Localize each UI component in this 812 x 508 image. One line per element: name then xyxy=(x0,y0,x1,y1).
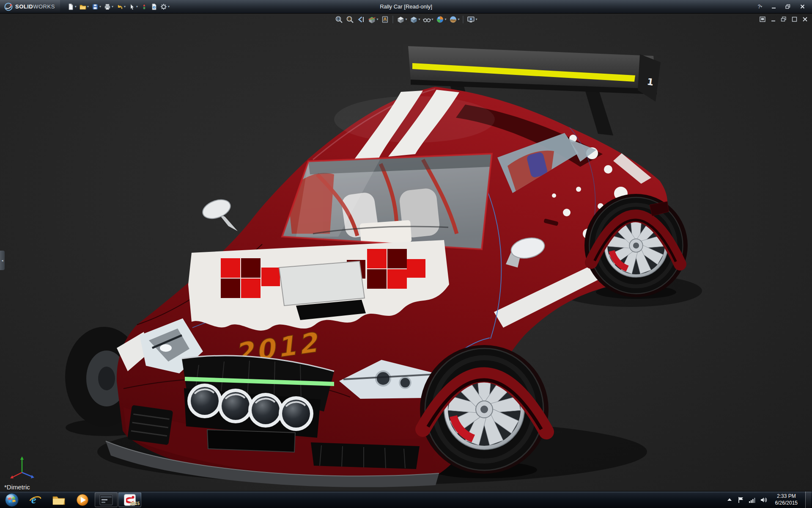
action-center-button[interactable] xyxy=(737,496,745,504)
taskbar: e xyxy=(0,491,812,508)
restore-icon xyxy=(781,17,787,22)
system-tray: 2:33 PM 6/26/2015 xyxy=(726,491,812,508)
toolbar-separator xyxy=(463,16,464,23)
solidworks-window: SOLIDWORKS ▾ ▾ ▾ xyxy=(0,0,812,508)
display-style-icon xyxy=(409,15,418,24)
close-icon xyxy=(800,4,805,9)
lower-intake xyxy=(311,442,420,469)
print-icon xyxy=(104,3,111,10)
doc-restore-button[interactable] xyxy=(780,16,787,22)
file-properties-button[interactable] xyxy=(149,3,159,11)
zoom-to-area-button[interactable] xyxy=(345,14,355,25)
app-brand: SOLIDWORKS xyxy=(0,0,60,13)
orientation-triad[interactable] xyxy=(9,456,36,481)
save-button[interactable]: ▾ xyxy=(91,3,102,11)
zoom-to-area-icon xyxy=(346,15,354,24)
doc-maximize-button[interactable] xyxy=(790,16,798,22)
help-button[interactable]: ?▾ xyxy=(754,2,765,11)
dropdown-caret[interactable]: ▾ xyxy=(760,5,762,8)
svg-text:e: e xyxy=(31,494,36,506)
taskbar-apps: e xyxy=(24,491,141,508)
folder-icon xyxy=(52,494,66,505)
zoom-to-fit-button[interactable] xyxy=(334,14,344,25)
select-button[interactable]: ▾ xyxy=(127,3,139,11)
minimize-button[interactable] xyxy=(767,2,780,11)
new-document-icon xyxy=(67,3,74,10)
dropdown-caret[interactable]: ▾ xyxy=(136,5,138,8)
network-button[interactable] xyxy=(749,496,756,504)
apply-scene-icon xyxy=(449,15,458,24)
minimize-icon xyxy=(771,17,776,22)
doc-minimize-button[interactable] xyxy=(769,16,777,22)
view-orientation-cube-icon xyxy=(396,15,405,24)
dropdown-caret[interactable]: ▾ xyxy=(476,18,477,21)
show-desktop-button[interactable] xyxy=(805,491,811,508)
dropdown-caret[interactable]: ▾ xyxy=(458,18,460,21)
display-style-button[interactable]: ▾ xyxy=(409,14,421,25)
dynamic-annotation-views-button[interactable] xyxy=(380,14,390,25)
rally-car-model[interactable]: 1 xyxy=(0,14,812,491)
dropdown-caret[interactable]: ▾ xyxy=(124,5,126,8)
help-label: ? xyxy=(758,4,761,10)
open-button[interactable]: ▾ xyxy=(78,3,90,11)
dropdown-caret[interactable]: ▾ xyxy=(418,18,420,21)
previous-view-button[interactable] xyxy=(356,14,366,25)
dropdown-caret[interactable]: ▾ xyxy=(112,5,113,8)
view-settings-button[interactable]: ▾ xyxy=(466,14,478,25)
new-button[interactable]: ▾ xyxy=(66,3,78,11)
hidden-icons-button[interactable] xyxy=(726,496,733,504)
undo-icon xyxy=(116,3,123,10)
taskbar-solidworks[interactable]: 2015 xyxy=(118,492,141,507)
options-button[interactable]: ▾ xyxy=(159,3,171,11)
section-view-icon xyxy=(368,15,376,24)
windshield xyxy=(279,151,499,253)
taskbar-app-window[interactable] xyxy=(95,492,118,507)
task-pane-tab[interactable]: ◂ xyxy=(0,251,5,270)
3ds-logo-icon xyxy=(4,3,13,11)
rebuild-button[interactable] xyxy=(140,3,149,11)
graphics-area[interactable]: ▾ ▾ xyxy=(0,14,812,491)
options-gear-icon xyxy=(160,3,167,10)
taskbar-media-player[interactable] xyxy=(71,492,94,507)
taskbar-internet-explorer[interactable]: e xyxy=(24,492,47,507)
dropdown-caret[interactable]: ▾ xyxy=(405,18,407,21)
brand-text: SOLIDWORKS xyxy=(15,3,55,10)
dropdown-caret[interactable]: ▾ xyxy=(168,5,170,8)
left-bumper-vent xyxy=(127,405,173,445)
dropdown-caret[interactable]: ▾ xyxy=(445,18,447,21)
action-center-flag-icon xyxy=(738,497,744,503)
dropdown-caret[interactable]: ▾ xyxy=(99,5,101,8)
dropdown-caret[interactable]: ▾ xyxy=(376,18,378,21)
clock-date: 6/26/2015 xyxy=(775,500,798,507)
view-orientation-button[interactable]: ▾ xyxy=(395,14,408,25)
taskbar-clock[interactable]: 2:33 PM 6/26/2015 xyxy=(771,493,801,506)
dropdown-caret[interactable]: ▾ xyxy=(87,5,89,8)
window-controls: ?▾ xyxy=(754,2,812,11)
save-icon xyxy=(92,3,99,10)
apply-scene-button[interactable]: ▾ xyxy=(448,14,461,25)
undo-button[interactable]: ▾ xyxy=(115,3,127,11)
volume-icon xyxy=(760,497,768,503)
file-properties-icon xyxy=(151,3,157,10)
close-button[interactable] xyxy=(796,2,809,11)
dropdown-caret[interactable]: ▾ xyxy=(431,18,433,21)
view-orientation-label: *Dimetric xyxy=(4,483,30,491)
dropdown-caret[interactable]: ▾ xyxy=(75,5,77,8)
clock-time: 2:33 PM xyxy=(775,493,798,500)
volume-button[interactable] xyxy=(760,496,768,504)
hide-show-items-button[interactable]: ▾ xyxy=(422,14,434,25)
doc-restore-down-button[interactable] xyxy=(759,16,766,22)
restore-button[interactable] xyxy=(782,2,794,11)
section-view-button[interactable]: ▾ xyxy=(367,14,379,25)
previous-view-icon xyxy=(357,15,365,24)
windows-start-orb-icon xyxy=(5,493,19,507)
app-window-icon xyxy=(99,494,113,505)
maximize-icon xyxy=(792,17,797,22)
start-button[interactable] xyxy=(0,491,24,508)
edit-appearance-button[interactable]: ▾ xyxy=(435,14,447,25)
license-plate xyxy=(207,430,295,452)
titlebar: SOLIDWORKS ▾ ▾ ▾ xyxy=(0,0,812,14)
print-button[interactable]: ▾ xyxy=(103,3,115,11)
doc-close-button[interactable] xyxy=(801,16,809,22)
taskbar-file-explorer[interactable] xyxy=(47,492,70,507)
